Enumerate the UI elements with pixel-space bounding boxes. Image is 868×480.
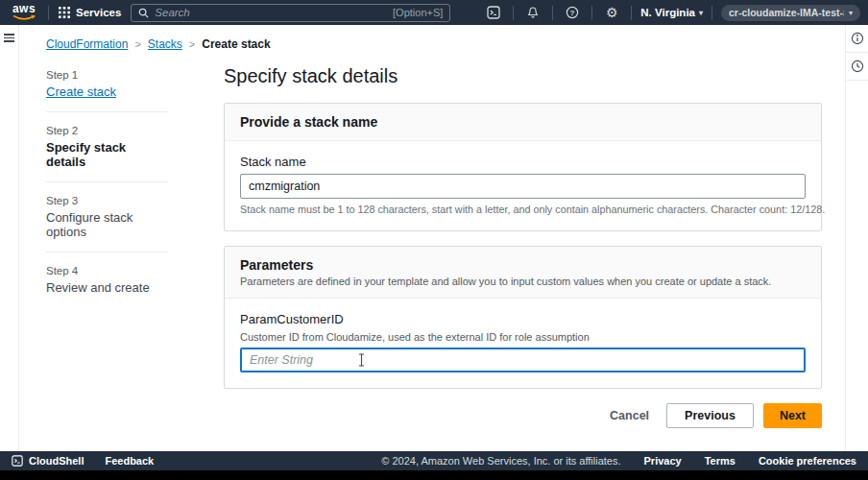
cancel-button[interactable]: Cancel [602, 404, 657, 427]
search-icon [138, 8, 149, 18]
step-3: Step 3 Configure stack options [46, 195, 168, 239]
search-bar[interactable]: [Option+S] [131, 4, 450, 22]
svg-text:?: ? [570, 9, 575, 17]
region-selector[interactable]: N. Virginia ▾ [640, 7, 703, 18]
param-customer-id-description: Customer ID from Cloudamize, used as the… [240, 331, 806, 343]
search-shortcut: [Option+S] [393, 7, 443, 18]
notifications-bell-icon[interactable] [522, 6, 543, 19]
region-label: N. Virginia [640, 7, 695, 18]
stack-name-label: Stack name [240, 155, 806, 169]
topbar-divider [711, 6, 712, 20]
breadcrumb-separator-icon: > [134, 38, 140, 50]
settings-gear-icon[interactable]: ⚙ [601, 6, 622, 19]
stack-name-card: Provide a stack name Stack name Stack na… [224, 103, 822, 231]
step-divider [46, 181, 168, 182]
topbar-divider [48, 6, 49, 20]
right-tools-rail [845, 25, 868, 451]
step-3-title: Configure stack options [46, 210, 168, 239]
step-1-link[interactable]: Create stack [46, 84, 168, 99]
step-2-label: Step 2 [46, 125, 168, 136]
menu-icon[interactable] [4, 34, 14, 451]
step-2: Step 2 Specify stack details [46, 125, 168, 169]
screen-bottom-edge [0, 470, 868, 480]
info-icon [851, 32, 864, 45]
breadcrumb-cloudformation[interactable]: CloudFormation [46, 37, 128, 51]
info-panel-button[interactable] [846, 25, 868, 53]
stack-name-input[interactable] [240, 174, 806, 199]
breadcrumb-separator-icon: > [189, 38, 195, 50]
breadcrumb: CloudFormation > Stacks > Create stack [46, 25, 845, 60]
next-button[interactable]: Next [763, 403, 822, 428]
step-4-label: Step 4 [46, 265, 168, 276]
main-content: CloudFormation > Stacks > Create stack S… [19, 25, 845, 451]
topbar-divider [591, 6, 592, 20]
footer-cookie-link[interactable]: Cookie preferences [759, 455, 856, 467]
footer-bar: CloudShell Feedback © 2024, Amazon Web S… [0, 451, 868, 470]
footer-cloudshell[interactable]: CloudShell [12, 455, 84, 467]
grid-icon [59, 7, 70, 18]
step-divider [46, 252, 168, 252]
param-customer-id-label: ParamCustomerID [240, 312, 806, 326]
stack-name-card-title: Provide a stack name [240, 114, 806, 130]
step-4-title: Review and create [46, 280, 168, 295]
breadcrumb-stacks[interactable]: Stacks [148, 37, 182, 51]
topbar-divider [513, 6, 514, 20]
footer-privacy-link[interactable]: Privacy [644, 455, 682, 467]
topbar-divider [552, 6, 553, 20]
left-navigation-rail [0, 25, 19, 451]
wizard-actions: Cancel Previous Next [224, 403, 822, 428]
recent-activity-button[interactable] [846, 53, 868, 81]
topbar-divider [631, 6, 632, 20]
help-icon[interactable]: ? [562, 6, 583, 19]
footer-terms-link[interactable]: Terms [705, 455, 735, 467]
clock-icon [851, 60, 864, 73]
step-1-label: Step 1 [46, 69, 168, 81]
search-input[interactable] [155, 7, 387, 18]
aws-smile-icon [12, 14, 36, 21]
param-customer-id-input[interactable] [240, 348, 806, 372]
previous-button[interactable]: Previous [666, 403, 754, 428]
stack-name-hint: Stack name must be 1 to 128 characters, … [240, 204, 806, 215]
parameters-card: Parameters Parameters are defined in you… [224, 246, 822, 389]
account-menu[interactable]: cr-cloudamize-IMA-test-migrat... ▾ [721, 5, 860, 21]
footer-copyright: © 2024, Amazon Web Services, Inc. or its… [381, 455, 620, 467]
parameters-card-description: Parameters are defined in your template … [240, 276, 806, 287]
step-4: Step 4 Review and create [46, 265, 168, 295]
breadcrumb-current: Create stack [202, 37, 270, 51]
page-title: Specify stack details [224, 60, 822, 103]
account-name: cr-cloudamize-IMA-test-migrat... [729, 7, 844, 18]
cloudshell-icon[interactable] [483, 6, 504, 19]
aws-logo-text: aws [12, 4, 36, 14]
footer-cloudshell-label: CloudShell [29, 455, 84, 467]
parameters-card-title: Parameters [240, 257, 806, 273]
step-1: Step 1 Create stack [46, 69, 168, 99]
step-2-title: Specify stack details [46, 140, 168, 169]
step-3-label: Step 3 [46, 195, 168, 206]
top-navigation-bar: aws Services [Option+S] [0, 0, 868, 25]
step-divider [46, 111, 168, 112]
cloudshell-icon [12, 455, 23, 467]
parameters-card-header: Parameters Parameters are defined in you… [225, 247, 821, 299]
footer-feedback[interactable]: Feedback [105, 455, 154, 467]
services-label: Services [76, 7, 121, 18]
wizard-steps-nav: Step 1 Create stack Step 2 Specify stack… [46, 60, 168, 428]
services-menu[interactable]: Services [59, 7, 121, 18]
chevron-down-icon: ▾ [699, 9, 703, 17]
chevron-down-icon: ▾ [849, 9, 853, 17]
stack-name-card-header: Provide a stack name [225, 104, 821, 141]
aws-logo[interactable]: aws [10, 4, 38, 21]
